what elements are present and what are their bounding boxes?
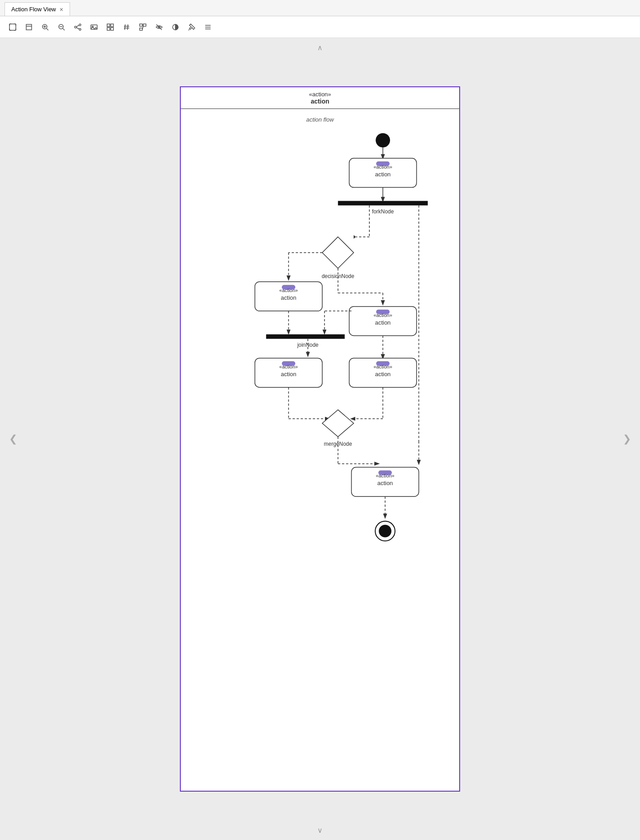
arrange-button[interactable]: [136, 20, 150, 34]
menu-button[interactable]: [201, 20, 215, 34]
action-node-top: «action» action: [349, 158, 417, 188]
action-node-right-top: «action» action: [349, 307, 417, 336]
svg-point-12: [79, 28, 81, 30]
scroll-up-arrow[interactable]: ∧: [317, 43, 323, 52]
svg-rect-27: [140, 28, 142, 30]
diagram-svg: action flow «action» action forkNode: [181, 87, 459, 791]
action-node-right-bottom: «action» action: [349, 358, 417, 387]
arrow-decision: [354, 235, 356, 239]
grid-button[interactable]: [103, 20, 118, 34]
action-node-final: «action» action: [352, 467, 419, 497]
contrast-button[interactable]: [168, 20, 183, 34]
action-flow-tab[interactable]: Action Flow View ×: [5, 2, 70, 16]
action-left-stereotype: «action»: [279, 288, 298, 293]
svg-rect-25: [140, 24, 142, 26]
svg-line-4: [47, 28, 48, 30]
final-node-inner: [379, 525, 391, 538]
svg-line-8: [63, 28, 65, 30]
svg-rect-18: [111, 24, 113, 27]
toolbar: [0, 16, 640, 38]
hide-button[interactable]: [152, 20, 166, 34]
svg-rect-20: [111, 28, 113, 30]
action-final-stereotype: «action»: [376, 473, 394, 478]
fork-label: forkNode: [372, 208, 394, 215]
action-rb-stereotype: «action»: [373, 364, 392, 369]
action-final-name: action: [377, 480, 393, 486]
join-node: [266, 335, 345, 339]
svg-point-10: [79, 24, 81, 26]
svg-line-22: [127, 24, 128, 30]
svg-line-14: [76, 28, 79, 29]
action-rt-stereotype: «action»: [373, 312, 392, 318]
fork-node: [338, 201, 428, 205]
tab-label: Action Flow View: [11, 6, 56, 13]
decision-node: [322, 237, 354, 269]
svg-line-21: [125, 24, 125, 30]
action-rb-name: action: [375, 371, 391, 378]
action-node-bottom-left: «action» action: [255, 358, 322, 387]
tab-bar: Action Flow View ×: [0, 0, 640, 16]
svg-line-13: [76, 25, 79, 27]
initial-node: [376, 133, 390, 147]
zoom-in-button[interactable]: [38, 20, 52, 34]
action-top-stereotype: «action»: [373, 164, 392, 170]
action-bl-stereotype: «action»: [279, 364, 298, 369]
action-rt-name: action: [375, 319, 391, 326]
svg-line-29: [142, 26, 143, 29]
action-left-name: action: [281, 294, 296, 301]
share-button[interactable]: [71, 20, 85, 34]
pin-button[interactable]: [184, 20, 199, 34]
svg-rect-17: [107, 24, 110, 27]
image-button[interactable]: [87, 20, 101, 34]
scroll-down-arrow[interactable]: ∨: [317, 826, 323, 835]
fullscreen-button[interactable]: [5, 20, 20, 34]
action-top-name: action: [375, 171, 391, 178]
svg-rect-0: [9, 24, 16, 30]
svg-rect-19: [107, 28, 110, 30]
subtitle-text: action flow: [306, 116, 335, 123]
svg-point-11: [75, 26, 76, 28]
diagram-container: «action» action action flow «action» act…: [180, 86, 460, 792]
hash-button[interactable]: [119, 20, 134, 34]
tab-close-button[interactable]: ×: [60, 6, 63, 13]
canvas-area: ∧ ∨ ❮ ❯ «action» action action flow «act…: [0, 38, 640, 840]
frame-button[interactable]: [22, 20, 36, 34]
zoom-out-button[interactable]: [54, 20, 69, 34]
svg-rect-26: [143, 24, 146, 26]
action-node-left: «action» action: [255, 282, 322, 311]
merge-node: [322, 410, 354, 437]
nav-right-arrow[interactable]: ❯: [623, 433, 631, 445]
nav-left-arrow[interactable]: ❮: [9, 433, 17, 445]
action-bl-name: action: [281, 371, 296, 378]
svg-line-33: [188, 29, 189, 30]
svg-rect-1: [26, 24, 32, 30]
svg-line-31: [156, 24, 162, 30]
